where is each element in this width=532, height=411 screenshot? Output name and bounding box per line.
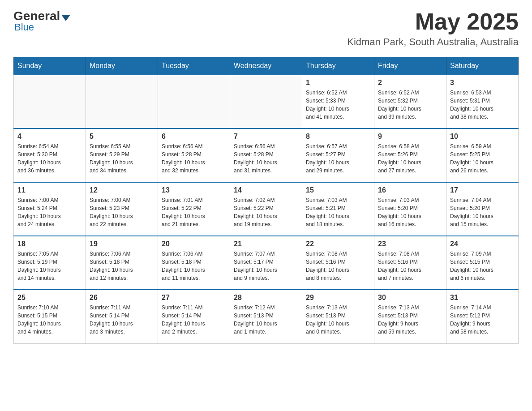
- calendar-cell: 11Sunrise: 7:00 AMSunset: 5:24 PMDayligh…: [14, 182, 86, 236]
- day-number: 12: [90, 186, 154, 194]
- day-info: Sunrise: 6:57 AMSunset: 5:27 PMDaylight:…: [306, 142, 370, 175]
- day-info: Sunrise: 7:08 AMSunset: 5:16 PMDaylight:…: [306, 250, 370, 282]
- day-info: Sunrise: 6:56 AMSunset: 5:28 PMDaylight:…: [234, 142, 298, 175]
- day-number: 11: [17, 186, 82, 194]
- day-number: 24: [450, 240, 515, 248]
- day-number: 28: [234, 294, 298, 302]
- day-number: 14: [234, 186, 298, 194]
- calendar-cell: 26Sunrise: 7:11 AMSunset: 5:14 PMDayligh…: [86, 290, 158, 343]
- day-number: 27: [162, 294, 226, 302]
- calendar-cell: 5Sunrise: 6:55 AMSunset: 5:29 PMDaylight…: [86, 128, 158, 182]
- day-number: 19: [90, 240, 154, 248]
- calendar-cell: 24Sunrise: 7:09 AMSunset: 5:15 PMDayligh…: [446, 236, 519, 290]
- calendar-cell: 12Sunrise: 7:00 AMSunset: 5:23 PMDayligh…: [86, 182, 158, 236]
- day-number: 31: [450, 294, 515, 302]
- day-info: Sunrise: 6:55 AMSunset: 5:29 PMDaylight:…: [90, 142, 154, 175]
- day-info: Sunrise: 7:01 AMSunset: 5:22 PMDaylight:…: [162, 196, 226, 228]
- calendar-cell: 30Sunrise: 7:13 AMSunset: 5:13 PMDayligh…: [374, 290, 446, 343]
- day-number: 16: [378, 186, 442, 194]
- calendar-cell: 1Sunrise: 6:52 AMSunset: 5:33 PMDaylight…: [302, 75, 374, 128]
- weekday-header-saturday: Saturday: [446, 57, 519, 75]
- day-info: Sunrise: 6:56 AMSunset: 5:28 PMDaylight:…: [162, 142, 226, 175]
- weekday-header-sunday: Sunday: [14, 57, 86, 75]
- day-number: 2: [378, 79, 442, 87]
- calendar-header-row: SundayMondayTuesdayWednesdayThursdayFrid…: [14, 57, 519, 75]
- day-info: Sunrise: 7:11 AMSunset: 5:14 PMDaylight:…: [162, 304, 226, 336]
- calendar-cell: 23Sunrise: 7:08 AMSunset: 5:16 PMDayligh…: [374, 236, 446, 290]
- calendar-cell: 25Sunrise: 7:10 AMSunset: 5:15 PMDayligh…: [14, 290, 86, 343]
- day-number: 9: [378, 133, 442, 141]
- day-number: 1: [306, 79, 370, 87]
- day-info: Sunrise: 7:06 AMSunset: 5:18 PMDaylight:…: [162, 250, 226, 282]
- calendar-cell: 15Sunrise: 7:03 AMSunset: 5:21 PMDayligh…: [302, 182, 374, 236]
- day-info: Sunrise: 6:52 AMSunset: 5:33 PMDaylight:…: [306, 89, 370, 121]
- calendar-cell: 16Sunrise: 7:03 AMSunset: 5:20 PMDayligh…: [374, 182, 446, 236]
- calendar-cell: [230, 75, 302, 128]
- calendar-cell: 31Sunrise: 7:14 AMSunset: 5:12 PMDayligh…: [446, 290, 519, 343]
- week-row-1: 1Sunrise: 6:52 AMSunset: 5:33 PMDaylight…: [14, 75, 519, 128]
- day-number: 6: [162, 133, 226, 141]
- day-number: 21: [234, 240, 298, 248]
- day-number: 3: [450, 79, 515, 87]
- calendar-cell: [158, 75, 230, 128]
- weekday-header-monday: Monday: [86, 57, 158, 75]
- calendar-cell: [86, 75, 158, 128]
- day-number: 13: [162, 186, 226, 194]
- weekday-header-thursday: Thursday: [302, 57, 374, 75]
- day-number: 10: [450, 133, 515, 141]
- day-number: 30: [378, 294, 442, 302]
- day-info: Sunrise: 7:03 AMSunset: 5:20 PMDaylight:…: [378, 196, 442, 228]
- day-info: Sunrise: 7:13 AMSunset: 5:13 PMDaylight:…: [306, 304, 370, 336]
- day-info: Sunrise: 7:12 AMSunset: 5:13 PMDaylight:…: [234, 304, 298, 336]
- calendar-cell: 27Sunrise: 7:11 AMSunset: 5:14 PMDayligh…: [158, 290, 230, 343]
- logo-blue-text: Blue: [14, 21, 34, 33]
- day-info: Sunrise: 7:09 AMSunset: 5:15 PMDaylight:…: [450, 250, 515, 282]
- day-number: 25: [17, 294, 82, 302]
- calendar-cell: 4Sunrise: 6:54 AMSunset: 5:30 PMDaylight…: [14, 128, 86, 182]
- calendar-cell: 3Sunrise: 6:53 AMSunset: 5:31 PMDaylight…: [446, 75, 519, 128]
- day-info: Sunrise: 6:58 AMSunset: 5:26 PMDaylight:…: [378, 142, 442, 175]
- day-number: 17: [450, 186, 515, 194]
- calendar-cell: 19Sunrise: 7:06 AMSunset: 5:18 PMDayligh…: [86, 236, 158, 290]
- day-number: 4: [17, 133, 82, 141]
- calendar-cell: 21Sunrise: 7:07 AMSunset: 5:17 PMDayligh…: [230, 236, 302, 290]
- calendar-cell: 6Sunrise: 6:56 AMSunset: 5:28 PMDaylight…: [158, 128, 230, 182]
- calendar-cell: 7Sunrise: 6:56 AMSunset: 5:28 PMDaylight…: [230, 128, 302, 182]
- weekday-header-tuesday: Tuesday: [158, 57, 230, 75]
- calendar-cell: 13Sunrise: 7:01 AMSunset: 5:22 PMDayligh…: [158, 182, 230, 236]
- day-info: Sunrise: 7:03 AMSunset: 5:21 PMDaylight:…: [306, 196, 370, 228]
- day-number: 5: [90, 133, 154, 141]
- calendar-cell: 18Sunrise: 7:05 AMSunset: 5:19 PMDayligh…: [14, 236, 86, 290]
- week-row-3: 11Sunrise: 7:00 AMSunset: 5:24 PMDayligh…: [14, 182, 519, 236]
- day-info: Sunrise: 7:10 AMSunset: 5:15 PMDaylight:…: [17, 304, 82, 336]
- day-info: Sunrise: 7:05 AMSunset: 5:19 PMDaylight:…: [17, 250, 82, 282]
- day-info: Sunrise: 7:06 AMSunset: 5:18 PMDaylight:…: [90, 250, 154, 282]
- calendar-cell: 8Sunrise: 6:57 AMSunset: 5:27 PMDaylight…: [302, 128, 374, 182]
- logo-arrow-icon: [61, 15, 70, 21]
- day-number: 18: [17, 240, 82, 248]
- day-info: Sunrise: 7:11 AMSunset: 5:14 PMDaylight:…: [90, 304, 154, 336]
- location-subtitle: Kidman Park, South Australia, Australia: [347, 36, 519, 48]
- day-number: 20: [162, 240, 226, 248]
- day-info: Sunrise: 7:07 AMSunset: 5:17 PMDaylight:…: [234, 250, 298, 282]
- day-info: Sunrise: 7:13 AMSunset: 5:13 PMDaylight:…: [378, 304, 442, 336]
- day-info: Sunrise: 6:59 AMSunset: 5:25 PMDaylight:…: [450, 142, 515, 175]
- month-title: May 2025: [347, 9, 519, 34]
- calendar-cell: 2Sunrise: 6:52 AMSunset: 5:32 PMDaylight…: [374, 75, 446, 128]
- day-info: Sunrise: 7:02 AMSunset: 5:22 PMDaylight:…: [234, 196, 298, 228]
- day-number: 29: [306, 294, 370, 302]
- day-number: 15: [306, 186, 370, 194]
- week-row-5: 25Sunrise: 7:10 AMSunset: 5:15 PMDayligh…: [14, 290, 519, 343]
- calendar-cell: 14Sunrise: 7:02 AMSunset: 5:22 PMDayligh…: [230, 182, 302, 236]
- day-info: Sunrise: 7:08 AMSunset: 5:16 PMDaylight:…: [378, 250, 442, 282]
- calendar-cell: 10Sunrise: 6:59 AMSunset: 5:25 PMDayligh…: [446, 128, 519, 182]
- day-number: 23: [378, 240, 442, 248]
- day-info: Sunrise: 7:00 AMSunset: 5:24 PMDaylight:…: [17, 196, 82, 228]
- week-row-4: 18Sunrise: 7:05 AMSunset: 5:19 PMDayligh…: [14, 236, 519, 290]
- title-area: May 2025 Kidman Park, South Australia, A…: [347, 9, 519, 48]
- week-row-2: 4Sunrise: 6:54 AMSunset: 5:30 PMDaylight…: [14, 128, 519, 182]
- weekday-header-wednesday: Wednesday: [230, 57, 302, 75]
- calendar-cell: 17Sunrise: 7:04 AMSunset: 5:20 PMDayligh…: [446, 182, 519, 236]
- day-number: 26: [90, 294, 154, 302]
- day-info: Sunrise: 6:54 AMSunset: 5:30 PMDaylight:…: [17, 142, 82, 175]
